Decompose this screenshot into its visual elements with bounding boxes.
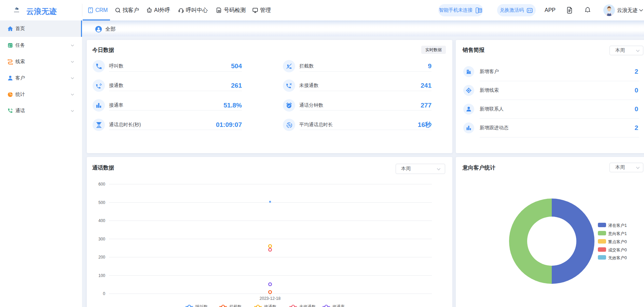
svg-text:200: 200 — [98, 255, 105, 260]
svg-text:未接通数: 未接通数 — [299, 304, 316, 307]
svg-text:接通数: 接通数 — [264, 304, 276, 307]
svg-text:300: 300 — [98, 237, 105, 242]
svg-text:2023-12-18: 2023-12-18 — [260, 296, 281, 301]
svg-text:100: 100 — [98, 273, 105, 278]
svg-text:400: 400 — [98, 218, 105, 223]
svg-text:呼叫数: 呼叫数 — [195, 304, 208, 307]
svg-text:拦截数: 拦截数 — [229, 304, 242, 307]
svg-text:0: 0 — [103, 291, 105, 296]
svg-text:500: 500 — [98, 200, 105, 205]
svg-text:接通率: 接通率 — [332, 304, 345, 307]
svg-text:600: 600 — [98, 182, 105, 187]
